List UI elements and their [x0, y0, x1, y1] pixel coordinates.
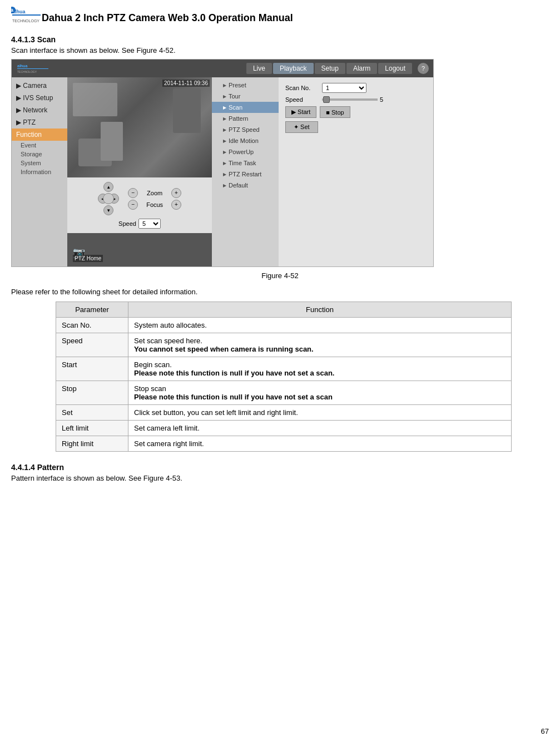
table-cell-func-normal: Set camera right limit.: [134, 439, 204, 448]
menu-item-idle-motion[interactable]: Idle Motion: [212, 135, 279, 146]
main-layout: ▶ Camera ▶ IVS Setup ▶ Network ▶ PTZ Fun…: [12, 77, 433, 266]
figure-caption: Figure 4-52: [11, 271, 549, 280]
table-cell-param: Speed: [56, 333, 128, 357]
table-cell-param: Scan No.: [56, 318, 128, 333]
speed-setting-label: Speed: [285, 96, 319, 103]
action-buttons: ▶ Start ■ Stop: [285, 106, 427, 118]
menu-item-preset[interactable]: Preset: [212, 80, 279, 91]
table-row: StartBegin scan.Please note this functio…: [56, 357, 512, 381]
dpad-down-btn[interactable]: ▼: [103, 205, 113, 215]
focus-minus-btn[interactable]: −: [128, 200, 138, 210]
info-table: Parameter Function Scan No.System auto a…: [56, 302, 512, 452]
zoom-label: Zoom: [140, 190, 169, 196]
table-row: Right limitSet camera right limit.: [56, 436, 512, 452]
table-cell-func-normal: Stop scan: [134, 384, 166, 393]
svg-text:alhua: alhua: [17, 64, 27, 68]
table-row: SetClick set button, you can set left li…: [56, 405, 512, 421]
table-cell-param: Right limit: [56, 436, 128, 452]
table-cell-func: Set scan speed here.You cannot set speed…: [128, 333, 512, 357]
speed-select[interactable]: 5 1 2 3 4: [138, 219, 161, 229]
video-feed: 2014-11-11 09:36: [67, 77, 212, 177]
table-cell-func: Click set button, you can set left limit…: [128, 405, 512, 421]
video-shape-2: [101, 122, 123, 161]
section-442-heading: 4.4.1.4 Pattern: [11, 463, 549, 472]
table-cell-func: System auto allocates.: [128, 318, 512, 333]
nav-logout-btn[interactable]: Logout: [378, 63, 412, 74]
table-cell-func-normal: Begin scan.: [134, 360, 172, 369]
table-cell-func-bold: You cannot set speed when camera is runn…: [134, 345, 314, 353]
table-cell-param: Set: [56, 405, 128, 421]
table-cell-func-normal: System auto allocates.: [134, 321, 207, 329]
table-cell-param: Stop: [56, 381, 128, 405]
table-cell-param: Left limit: [56, 421, 128, 436]
menu-panel: Preset Tour Scan Pattern PTZ Speed Idle …: [212, 77, 279, 266]
table-row: Left limitSet camera left limit.: [56, 421, 512, 436]
nav-logo: alhua TECHNOLOGY: [16, 62, 49, 75]
table-cell-func: Set camera right limit.: [128, 436, 512, 452]
sidebar-item-ptz[interactable]: ▶ PTZ: [12, 116, 67, 129]
nav-alarm-btn[interactable]: Alarm: [346, 63, 377, 74]
nav-playback-btn[interactable]: Playback: [273, 63, 314, 74]
section-441-3-heading: 4.4.1.3 Scan: [11, 35, 549, 44]
nav-bar: alhua TECHNOLOGY Live Playback Setup Ala…: [12, 60, 433, 77]
speed-slider-value: 5: [380, 96, 383, 103]
table-cell-func-normal: Set camera left limit.: [134, 424, 200, 432]
table-cell-param: Start: [56, 357, 128, 381]
speed-label: Speed: [118, 220, 136, 227]
sidebar-item-function[interactable]: Function: [12, 129, 67, 141]
table-header-param: Parameter: [56, 302, 128, 318]
svg-text:TECHNOLOGY: TECHNOLOGY: [12, 19, 39, 23]
table-cell-func: Set camera left limit.: [128, 421, 512, 436]
menu-item-powerup[interactable]: PowerUp: [212, 146, 279, 157]
menu-item-ptz-restart[interactable]: PTZ Restart: [212, 169, 279, 180]
page-header: alhua TECHNOLOGY a Dahua 2 Inch PTZ Came…: [11, 6, 549, 31]
section-442-container: 4.4.1.4 Pattern Pattern interface is sho…: [11, 463, 549, 482]
sidebar-item-system[interactable]: System: [12, 159, 67, 167]
menu-item-pattern[interactable]: Pattern: [212, 113, 279, 124]
svg-rect-2: [12, 14, 41, 16]
menu-item-scan[interactable]: Scan: [212, 102, 279, 113]
scan-no-row: Scan No. 1: [285, 83, 427, 93]
focus-plus-btn[interactable]: +: [171, 200, 181, 210]
dpad: ▲ ▼ ◀ ▶: [98, 182, 119, 215]
table-row: StopStop scanPlease note this function i…: [56, 381, 512, 405]
set-btn[interactable]: ✦ Set: [285, 121, 318, 133]
sidebar: ▶ Camera ▶ IVS Setup ▶ Network ▶ PTZ Fun…: [12, 77, 67, 266]
section-442-subtext: Pattern interface is shown as below. See…: [11, 474, 549, 482]
svg-rect-8: [17, 68, 48, 69]
sidebar-item-storage[interactable]: Storage: [12, 150, 67, 159]
sidebar-item-network[interactable]: ▶ Network: [12, 104, 67, 116]
nav-setup-btn[interactable]: Setup: [315, 63, 345, 74]
page-title: Dahua 2 Inch PTZ Camera Web 3.0 Operatio…: [42, 12, 293, 24]
menu-item-time-task[interactable]: Time Task: [212, 157, 279, 169]
dpad-up-btn[interactable]: ▲: [103, 182, 113, 192]
zoom-plus-btn[interactable]: +: [171, 188, 181, 198]
table-header-func: Function: [128, 302, 512, 318]
section-441-3-subtext: Scan interface is shown as below. See Fi…: [11, 46, 549, 55]
settings-panel: Scan No. 1 Speed 5 ▶ Start ■ Stop ✦: [279, 77, 433, 266]
video-shape-3: [173, 88, 201, 133]
nav-help-btn[interactable]: ?: [418, 63, 429, 74]
sidebar-item-camera[interactable]: ▶ Camera: [12, 80, 67, 92]
video-ptz-label: PTZ Home: [73, 255, 103, 262]
scan-no-select[interactable]: 1: [322, 83, 366, 93]
zoom-minus-btn[interactable]: −: [128, 188, 138, 198]
sidebar-item-information[interactable]: Information: [12, 167, 67, 176]
speed-slider-thumb[interactable]: [323, 96, 330, 103]
table-row: Scan No.System auto allocates.: [56, 318, 512, 333]
controls-area: ▲ ▼ ◀ ▶ − Zoom + −: [67, 177, 212, 233]
menu-item-ptz-speed[interactable]: PTZ Speed: [212, 124, 279, 135]
ui-screenshot-box: alhua TECHNOLOGY Live Playback Setup Ala…: [11, 59, 434, 267]
speed-slider-container: 5: [322, 96, 383, 103]
page-number: 67: [541, 727, 549, 735]
nav-live-btn[interactable]: Live: [246, 63, 272, 74]
sidebar-item-event[interactable]: Event: [12, 141, 67, 150]
speed-slider[interactable]: [322, 98, 378, 101]
stop-btn[interactable]: ■ Stop: [320, 106, 350, 118]
start-btn[interactable]: ▶ Start: [285, 106, 316, 118]
sidebar-item-ivs-setup[interactable]: ▶ IVS Setup: [12, 92, 67, 104]
focus-control-row: − Focus +: [128, 200, 181, 210]
video-timestamp: 2014-11-11 09:36: [162, 80, 210, 87]
menu-item-tour[interactable]: Tour: [212, 91, 279, 102]
menu-item-default[interactable]: Default: [212, 180, 279, 191]
